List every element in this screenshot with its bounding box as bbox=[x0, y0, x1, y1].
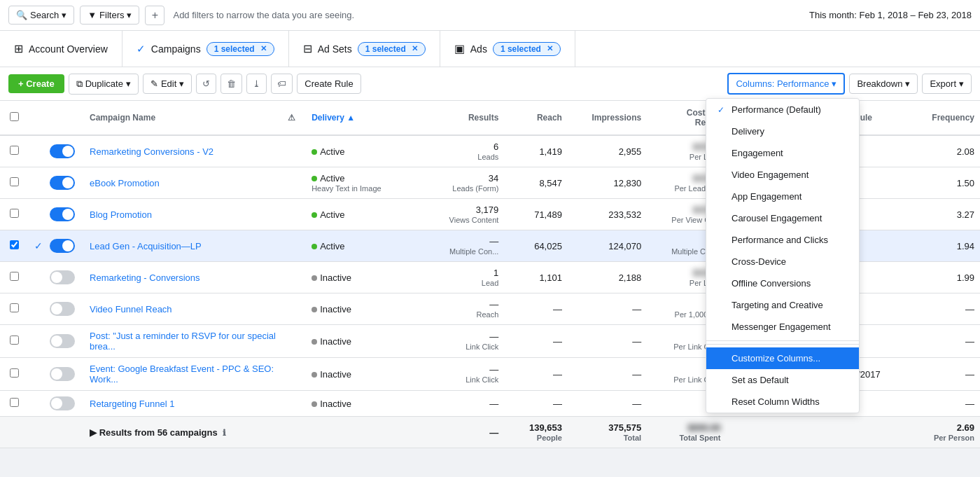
breakdown-button[interactable]: Breakdown ▾ bbox=[849, 74, 918, 94]
columns-button[interactable]: Columns: Performance ▾ bbox=[727, 73, 845, 95]
row-checkbox[interactable] bbox=[10, 336, 19, 345]
breakdown-label: Breakdown bbox=[857, 78, 902, 89]
row-toggle-cell bbox=[44, 135, 84, 167]
campaign-toggle[interactable] bbox=[50, 270, 75, 284]
ads-badge-close[interactable]: ✕ bbox=[547, 44, 553, 53]
row-selected-check bbox=[29, 167, 45, 199]
campaign-name-link[interactable]: Remarketing Conversions - V2 bbox=[90, 146, 214, 157]
row-checkbox-cell bbox=[0, 167, 29, 199]
dropdown-item-delivery[interactable]: Delivery bbox=[706, 120, 859, 142]
results-value: — bbox=[489, 331, 498, 342]
delivery-cell: Inactive bbox=[306, 391, 433, 417]
campaign-toggle[interactable] bbox=[50, 207, 75, 221]
campaign-name-link[interactable]: Retargeting Funnel 1 bbox=[90, 399, 174, 409]
campaign-toggle[interactable] bbox=[50, 302, 75, 316]
nav-account-overview[interactable]: ⊞ Account Overview bbox=[0, 31, 122, 67]
th-impressions[interactable]: Impressions bbox=[568, 101, 647, 135]
campaigns-badge-close[interactable]: ✕ bbox=[260, 44, 267, 53]
dropdown-item-offline-conversions[interactable]: Offline Conversions bbox=[706, 272, 859, 294]
row-checkbox[interactable] bbox=[10, 146, 19, 155]
campaign-name-link[interactable]: Post: "Just a reminder to RSVP for our s… bbox=[90, 331, 276, 352]
dropdown-item-customize-columns[interactable]: Customize Columns... bbox=[706, 347, 859, 369]
export-button[interactable]: Export ▾ bbox=[922, 74, 972, 94]
results-cell: —Link Click bbox=[433, 358, 504, 391]
adsets-badge-close[interactable]: ✕ bbox=[412, 44, 418, 53]
campaign-name-link[interactable]: Lead Gen - Acquisition—LP bbox=[90, 241, 202, 251]
delivery-status: Active bbox=[320, 241, 344, 251]
adsets-badge[interactable]: 1 selected ✕ bbox=[358, 42, 426, 56]
ads-icon: ▣ bbox=[454, 42, 465, 55]
row-checkbox[interactable] bbox=[10, 398, 19, 407]
filter-hint: Add filters to narrow the data you are s… bbox=[173, 10, 804, 20]
campaign-toggle[interactable] bbox=[50, 396, 75, 410]
select-all-checkbox[interactable] bbox=[10, 112, 19, 121]
filters-button[interactable]: ▼ Filters ▾ bbox=[80, 6, 139, 25]
footer-reach-value: 139,653 bbox=[529, 422, 562, 433]
campaign-name-link[interactable]: eBook Promotion bbox=[90, 178, 160, 188]
dropdown-item-carousel-engagement[interactable]: Carousel Engagement bbox=[706, 207, 859, 229]
results-value: — bbox=[489, 364, 498, 375]
create-rule-button[interactable]: Create Rule bbox=[297, 74, 360, 94]
frequency-value: — bbox=[965, 369, 974, 380]
campaign-toggle[interactable] bbox=[50, 367, 75, 381]
refresh-button[interactable]: ↺ bbox=[196, 74, 216, 94]
campaign-name-cell: Remarketing - Conversions bbox=[84, 262, 282, 293]
dropdown-item-label-engagement: Engagement bbox=[732, 148, 783, 158]
th-reach[interactable]: Reach bbox=[504, 101, 568, 135]
impressions-value: — bbox=[632, 336, 641, 347]
dropdown-item-cross-device[interactable]: Cross-Device bbox=[706, 251, 859, 272]
dropdown-item-performance-clicks[interactable]: Performance and Clicks bbox=[706, 229, 859, 251]
search-button[interactable]: 🔍 Search ▾ bbox=[8, 6, 74, 25]
dropdown-item-app-engagement[interactable]: App Engagement bbox=[706, 186, 859, 207]
duplicate-button[interactable]: ⧉ Duplicate ▾ bbox=[69, 74, 139, 95]
duplicate-icon: ⧉ bbox=[76, 78, 83, 90]
campaign-toggle[interactable] bbox=[50, 239, 75, 253]
footer-cb bbox=[0, 417, 29, 448]
row-checkbox[interactable] bbox=[10, 272, 19, 281]
row-checkbox[interactable] bbox=[10, 240, 19, 249]
columns-label: Columns: Performance bbox=[736, 78, 829, 89]
dropdown-item-video-engagement[interactable]: Video Engagement bbox=[706, 164, 859, 186]
delivery-cell: ActiveHeavy Text in Image bbox=[306, 167, 433, 199]
campaign-name-link[interactable]: Video Funnel Reach bbox=[90, 304, 172, 314]
impressions-value: 2,188 bbox=[619, 272, 642, 283]
delivery-status: Active bbox=[320, 173, 344, 184]
dropdown-item-performance-default[interactable]: ✓Performance (Default) bbox=[706, 99, 859, 120]
th-delivery[interactable]: Delivery ▲ bbox=[306, 101, 433, 135]
nav-campaigns[interactable]: ✓ Campaigns 1 selected ✕ bbox=[122, 31, 289, 67]
campaign-name-cell: Lead Gen - Acquisition—LP bbox=[84, 230, 282, 262]
frequency-value: — bbox=[965, 336, 974, 347]
campaign-name-link[interactable]: Event: Google Breakfast Event - PPC & SE… bbox=[90, 364, 274, 385]
filters-chevron: ▾ bbox=[127, 10, 132, 20]
dropdown-item-targeting-creative[interactable]: Targeting and Creative bbox=[706, 294, 859, 316]
row-checkbox[interactable] bbox=[10, 368, 19, 378]
archive-button[interactable]: ⤓ bbox=[246, 74, 267, 94]
tag-button[interactable]: 🏷 bbox=[271, 74, 293, 94]
campaign-toggle[interactable] bbox=[50, 176, 75, 190]
row-checkbox[interactable] bbox=[10, 177, 19, 186]
create-button[interactable]: + Create bbox=[8, 74, 64, 93]
campaigns-check-icon: ✓ bbox=[136, 43, 146, 55]
campaign-name-link[interactable]: Remarketing - Conversions bbox=[90, 272, 200, 283]
nav-adsets[interactable]: ⊟ Ad Sets 1 selected ✕ bbox=[289, 31, 440, 67]
th-results[interactable]: Results bbox=[433, 101, 504, 135]
campaign-name-cell: Video Funnel Reach bbox=[84, 293, 282, 325]
row-checkbox[interactable] bbox=[10, 209, 19, 218]
dropdown-item-messenger-engagement[interactable]: Messenger Engagement bbox=[706, 316, 859, 338]
dropdown-item-reset-column-widths[interactable]: Reset Column Widths bbox=[706, 391, 859, 413]
nav-ads[interactable]: ▣ Ads 1 selected ✕ bbox=[440, 31, 575, 67]
edit-button[interactable]: ✎ Edit ▾ bbox=[143, 74, 192, 94]
campaign-toggle[interactable] bbox=[50, 144, 75, 158]
row-selected-check bbox=[29, 199, 45, 230]
ads-badge[interactable]: 1 selected ✕ bbox=[493, 42, 561, 56]
campaigns-badge[interactable]: 1 selected ✕ bbox=[206, 42, 274, 56]
dropdown-item-set-as-default[interactable]: Set as Default bbox=[706, 369, 859, 391]
row-checkbox[interactable] bbox=[10, 303, 19, 312]
reach-value: 71,489 bbox=[534, 209, 562, 220]
dropdown-item-engagement[interactable]: Engagement bbox=[706, 142, 859, 164]
campaign-name-link[interactable]: Blog Promotion bbox=[90, 209, 152, 220]
campaign-toggle[interactable] bbox=[50, 334, 75, 348]
delete-button[interactable]: 🗑 bbox=[220, 74, 242, 94]
add-filter-button[interactable]: + bbox=[145, 6, 164, 25]
th-frequency[interactable]: Frequency bbox=[916, 101, 980, 135]
